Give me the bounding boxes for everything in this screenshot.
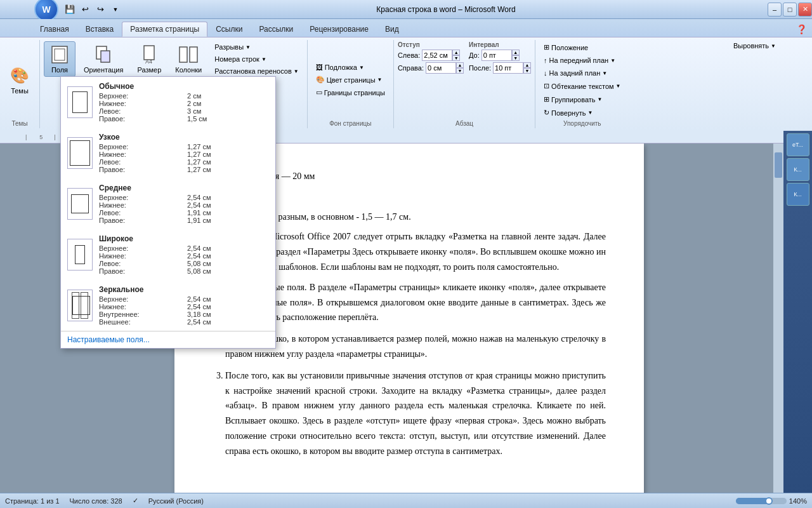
tab-mailings[interactable]: Рассылки: [251, 22, 301, 37]
narrow-bottom-val: 1,27 см: [187, 150, 269, 158]
vertical-scrollbar[interactable]: ▲ ▼: [773, 131, 783, 508]
normal-left-val: 3 см: [187, 107, 269, 115]
wrap-icon: ⊡: [544, 82, 549, 90]
indent-left-spinner[interactable]: ▲ ▼: [422, 50, 460, 61]
page-color-dropdown-arrow: ▼: [377, 77, 383, 83]
moderate-left-val: 1,91 см: [187, 209, 269, 217]
page-color-button[interactable]: 🎨 Цвет страницы ▼: [311, 74, 390, 86]
custom-fields-link[interactable]: Настраиваемые поля...: [67, 335, 150, 344]
taskbar-item-k1[interactable]: К...: [787, 158, 809, 181]
group-objects-icon: ⊞: [544, 95, 549, 104]
mirrored-title: Зеркальное: [99, 285, 269, 294]
back-icon: ↓: [544, 69, 547, 77]
narrow-title: Узкое: [99, 133, 269, 142]
normal-info: Обычное Верхнее: 2 см Нижнее: 2 см Левое…: [99, 82, 269, 123]
undo-qat-button[interactable]: ↩: [79, 3, 91, 16]
indent-right-input[interactable]: [426, 62, 456, 74]
quick-access-toolbar: 💾 ↩ ↪ ▼: [61, 3, 124, 16]
tab-view[interactable]: Вид: [377, 22, 407, 37]
columns-button[interactable]: Колонки: [169, 41, 207, 77]
after-spinner[interactable]: ▲ ▼: [493, 62, 531, 74]
orientation-button[interactable]: Ориентация: [78, 41, 129, 77]
themes-button[interactable]: 🎨 Темы: [4, 62, 36, 98]
tab-page-layout[interactable]: Разметка страницы: [122, 22, 207, 37]
tab-insert[interactable]: Вставка: [77, 22, 122, 37]
normal-top-val: 2 см: [187, 92, 269, 100]
narrow-top-val: 1,27 см: [187, 143, 269, 150]
indent-left-down[interactable]: ▼: [452, 55, 460, 61]
before-spinner[interactable]: ▲ ▼: [481, 50, 520, 61]
normal-bottom-label: Нижнее:: [99, 100, 181, 107]
menu-item-narrow[interactable]: Узкое Верхнее: 1,27 см Нижнее: 1,27 см Л…: [61, 128, 275, 178]
watermark-button[interactable]: 🖼 Подложка ▼: [311, 62, 390, 73]
moderate-right-val: 1,91 см: [187, 217, 269, 224]
tab-home[interactable]: Главная: [32, 22, 77, 37]
hyphenation-button[interactable]: Расстановка переносов ▼: [210, 65, 303, 77]
group-arrange-label: Упорядочить: [539, 119, 625, 127]
ribbon-tabs: Главная Вставка Разметка страницы Ссылки…: [0, 19, 812, 37]
scroll-track[interactable]: [773, 140, 783, 508]
zoom-slider[interactable]: [736, 498, 787, 504]
wide-bottom-val: 2,54 см: [187, 252, 269, 260]
close-button[interactable]: ✕: [798, 3, 812, 17]
align-button[interactable]: Выровнять ▼: [729, 40, 780, 51]
moderate-details: Верхнее: 2,54 см Нижнее: 2,54 см Левое: …: [99, 194, 269, 224]
group-objects-button[interactable]: ⊞ Группировать ▼: [539, 93, 606, 105]
mirrored-outer-label: Внешнее:: [99, 318, 181, 326]
group-background: 🖼 Подложка ▼ 🎨 Цвет страницы ▼ ▭ Границы…: [308, 40, 394, 128]
mirrored-info: Зеркальное Верхнее: 2,54 см Нижнее: 2,54…: [99, 285, 269, 326]
after-up[interactable]: ▲: [523, 62, 531, 68]
menu-item-mirrored[interactable]: Зеркальное Верхнее: 2,54 см Нижнее: 2,54…: [61, 280, 275, 331]
tab-review[interactable]: Рецензирование: [301, 22, 377, 37]
rotate-button[interactable]: ↻ Повернуть ▼: [539, 107, 597, 119]
mirrored-inner-label: Внутреннее:: [99, 311, 181, 318]
help-button[interactable]: ❓: [791, 22, 812, 37]
front-button[interactable]: ↑ На передний план ▼: [539, 55, 620, 66]
wrap-button[interactable]: ⊡ Обтекание текстом ▼: [539, 80, 625, 92]
menu-item-wide[interactable]: Широкое Верхнее: 2,54 см Нижнее: 2,54 см…: [61, 229, 275, 280]
taskbar-item-et[interactable]: eT...: [787, 133, 809, 156]
zoom-thumb[interactable]: [765, 497, 773, 505]
scroll-thumb[interactable]: [775, 152, 782, 178]
indent-right-down[interactable]: ▼: [456, 68, 464, 74]
wide-bottom-label: Нижнее:: [99, 252, 181, 260]
indent-left-input[interactable]: [422, 50, 452, 61]
narrow-right-label: Правое:: [99, 166, 181, 173]
before-down[interactable]: ▼: [512, 55, 520, 61]
narrow-left-val: 1,27 см: [187, 158, 269, 166]
svg-text:A4: A4: [145, 58, 152, 65]
wide-top-val: 2,54 см: [187, 244, 269, 252]
svg-rect-3: [101, 51, 110, 62]
breaks-button[interactable]: Разрывы ▼: [210, 41, 303, 53]
office-button[interactable]: W: [34, 0, 58, 22]
position-button[interactable]: ⊞ Положение: [539, 41, 593, 53]
narrow-right-val: 1,27 см: [187, 166, 269, 173]
after-down[interactable]: ▼: [523, 68, 531, 74]
back-button[interactable]: ↓ На задний план ▼: [539, 67, 612, 79]
page-borders-button[interactable]: ▭ Границы страницы: [311, 86, 390, 98]
menu-item-moderate[interactable]: Среднее Верхнее: 2,54 см Нижнее: 2,54 см…: [61, 178, 275, 229]
minimize-button[interactable]: –: [768, 3, 782, 17]
before-input[interactable]: [481, 50, 512, 61]
taskbar-item-k2[interactable]: К...: [787, 183, 809, 206]
after-input[interactable]: [493, 62, 523, 74]
redo-qat-button[interactable]: ↪: [94, 3, 107, 16]
size-button[interactable]: A4 Размер: [131, 41, 167, 77]
fields-button[interactable]: Поля: [44, 41, 75, 77]
before-up[interactable]: ▲: [512, 50, 520, 55]
zoom-level: 140%: [789, 497, 807, 505]
indent-left-up[interactable]: ▲: [452, 50, 460, 55]
indent-left-label: Слева:: [398, 51, 420, 59]
mirrored-preview: [67, 290, 93, 321]
interval-label: Интервал: [469, 41, 531, 48]
language-indicator[interactable]: Русский (Россия): [148, 497, 204, 505]
menu-item-normal[interactable]: Обычное Верхнее: 2 см Нижнее: 2 см Левое…: [61, 77, 275, 128]
qat-more-button[interactable]: ▼: [109, 3, 122, 16]
indent-right-up[interactable]: ▲: [456, 62, 464, 68]
group-themes: 🎨 Темы Темы: [0, 40, 40, 128]
indent-right-spinner[interactable]: ▲ ▼: [426, 62, 464, 74]
save-qat-button[interactable]: 💾: [63, 3, 76, 16]
tab-references[interactable]: Ссылки: [207, 22, 251, 37]
line-numbers-button[interactable]: Номера строк ▼: [210, 53, 303, 65]
maximize-button[interactable]: □: [783, 3, 797, 17]
